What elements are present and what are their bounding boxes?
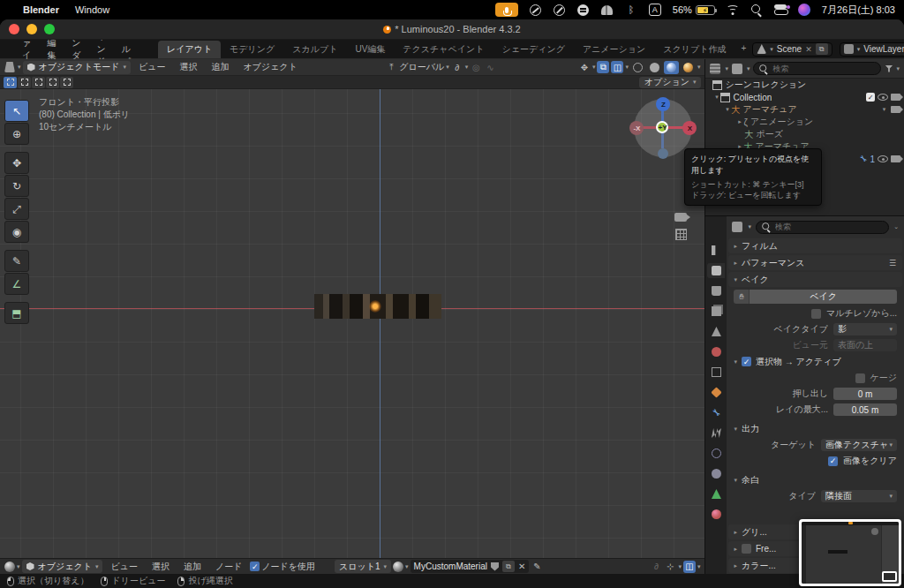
shader-view-menu[interactable]: ビュー xyxy=(104,559,143,575)
outliner-type-icon[interactable] xyxy=(710,64,720,74)
siri-icon[interactable] xyxy=(798,4,810,16)
tab-shading[interactable]: シェーディング xyxy=(493,41,573,58)
window-titlebar[interactable]: * Luminous20 - Blender 4.3.2 xyxy=(0,19,904,40)
show-gizmo-icon[interactable]: ✥ xyxy=(578,61,591,73)
modifier-icon[interactable]: 🔧︎ xyxy=(859,155,867,163)
orientation-icon[interactable]: ⤒ xyxy=(385,61,397,73)
cage-checkbox[interactable] xyxy=(855,373,865,383)
shader-select-menu[interactable]: 選択 xyxy=(146,559,176,575)
annotate-tool[interactable]: ✎ xyxy=(4,250,29,272)
toggle-ortho-icon[interactable] xyxy=(675,229,687,240)
outliner-search[interactable] xyxy=(753,62,881,75)
battery-indicator[interactable]: 56% ⚡ xyxy=(673,4,715,15)
outliner-display-icon[interactable] xyxy=(732,64,742,74)
render-visibility-icon[interactable] xyxy=(891,94,900,101)
add-cube-tool[interactable]: ⬒ xyxy=(4,302,29,324)
select-menu[interactable]: 選択 xyxy=(173,59,203,75)
input-source-icon[interactable]: A xyxy=(649,4,661,16)
menubar-clock[interactable]: 7月26日(土) 8:03 xyxy=(822,4,895,17)
shader-type-dropdown[interactable]: オブジェクト ▾ xyxy=(22,560,103,573)
shader-add-menu[interactable]: 追加 xyxy=(177,559,207,575)
move-tool[interactable]: ✥ xyxy=(4,152,29,174)
wheel-status-icon[interactable] xyxy=(554,4,566,16)
gizmo-x-axis[interactable]: X xyxy=(682,121,697,135)
ray-distance-field[interactable]: 0.05 m xyxy=(833,403,897,416)
shader-node-menu[interactable]: ノード xyxy=(209,559,248,575)
transform-tool[interactable]: ◉ xyxy=(4,221,29,243)
spotlight-icon[interactable] xyxy=(750,4,763,16)
options-button[interactable]: オプション▾ xyxy=(639,77,702,88)
tab-sculpt[interactable]: スカルプト xyxy=(283,41,346,58)
select-mode-extend-icon[interactable] xyxy=(18,77,31,88)
microphone-indicator-icon[interactable] xyxy=(495,3,518,17)
snap-icon[interactable]: ∂ xyxy=(451,61,463,73)
panel-bake[interactable]: ▾ベイク xyxy=(728,272,902,287)
viewlayer-selector[interactable]: ▾ ViewLayer ⧉ xyxy=(840,42,904,57)
tab-particles[interactable] xyxy=(707,426,725,441)
shading-rendered-icon[interactable] xyxy=(681,61,696,74)
tab-physics[interactable] xyxy=(707,446,725,461)
properties-search[interactable] xyxy=(756,221,889,234)
row-pose[interactable]: 大 ポーズ xyxy=(705,128,904,140)
tab-uv[interactable]: UV編集 xyxy=(346,41,394,58)
view-menu[interactable]: ビュー xyxy=(132,59,171,75)
properties-search-input[interactable] xyxy=(775,222,884,231)
chat-app-icon[interactable] xyxy=(577,4,590,16)
shading-solid-icon[interactable] xyxy=(647,61,662,74)
target-dropdown[interactable]: 画像テクスチャ▾ xyxy=(821,439,897,451)
material-name-field[interactable]: MyCustomMaterial ⧉ ✕ xyxy=(411,560,530,573)
tab-world[interactable] xyxy=(707,344,725,359)
shader-snap-icon[interactable]: ∂ xyxy=(650,561,662,573)
unpin-icon[interactable]: ✕ xyxy=(805,45,812,54)
row-scene-collection[interactable]: シーンコレクション xyxy=(705,79,904,91)
bake-type-dropdown[interactable]: 影▾ xyxy=(833,323,897,335)
falloff-icon[interactable]: ∿ xyxy=(484,61,496,73)
sel-to-active-checkbox[interactable]: ✓ xyxy=(742,357,751,366)
select-mode-intersect-icon[interactable] xyxy=(60,77,73,88)
baked-model[interactable] xyxy=(314,294,441,319)
tab-data[interactable] xyxy=(707,486,725,501)
measure-tool[interactable]: ∠ xyxy=(4,273,29,295)
outliner-search-input[interactable] xyxy=(772,64,876,73)
rotate-tool[interactable]: ↻ xyxy=(4,175,29,197)
shading-material-icon[interactable] xyxy=(664,61,679,74)
properties-type-icon[interactable] xyxy=(732,222,742,232)
gizmo-negz-axis[interactable] xyxy=(658,148,668,159)
tab-constraints[interactable] xyxy=(707,466,725,481)
tab-scene[interactable] xyxy=(707,324,725,339)
object-menu[interactable]: オブジェクト xyxy=(237,59,303,75)
multires-checkbox[interactable] xyxy=(811,309,821,319)
row-armature-object[interactable]: ▾ 大 アーマチュア ▾ xyxy=(705,103,904,116)
unlink-material-button[interactable]: ✕ xyxy=(518,562,525,571)
expand-icon[interactable]: ▾ xyxy=(712,94,720,101)
fake-user-icon[interactable] xyxy=(491,562,499,571)
navigation-gizmo[interactable]: Z -X X +Y xyxy=(634,99,692,157)
row-collection[interactable]: ▾ Collection ✓ xyxy=(705,91,904,103)
mode-dropdown[interactable]: オブジェクトモード ▾ xyxy=(23,61,131,74)
preset-icon[interactable]: ☰ xyxy=(889,259,897,268)
material-browse-icon[interactable] xyxy=(393,562,403,572)
filter-icon[interactable] xyxy=(885,65,893,72)
sel-to-active-row[interactable]: ▾ ✓ 選択物 → アクティブ xyxy=(728,354,902,369)
bake-button[interactable]: ベイク xyxy=(750,290,897,304)
tab-viewlayer[interactable] xyxy=(707,304,725,319)
add-workspace-button[interactable]: + xyxy=(734,41,752,58)
slot-dropdown[interactable]: スロット1▾ xyxy=(335,560,391,573)
xray-toggle-icon[interactable]: ⧉ xyxy=(597,61,609,73)
screen-share-preview[interactable] xyxy=(799,519,901,586)
tab-collection[interactable] xyxy=(707,365,725,380)
panel-margin[interactable]: ▾余白 xyxy=(728,472,902,487)
hide-icon[interactable] xyxy=(878,94,888,101)
tab-layout[interactable]: レイアウト xyxy=(158,41,221,58)
clear-image-checkbox[interactable]: ✓ xyxy=(828,456,838,466)
orientation-value[interactable]: グローバル xyxy=(399,61,444,73)
control-center-icon[interactable] xyxy=(774,4,787,16)
wifi-icon[interactable] xyxy=(727,4,739,16)
shader-editor-icon[interactable] xyxy=(4,562,15,572)
pin-icon[interactable]: ✎ xyxy=(531,561,543,573)
new-scene-button[interactable]: ⧉ xyxy=(816,43,828,55)
shader-overlays-icon[interactable]: ◫ xyxy=(683,561,696,573)
tab-modifiers[interactable]: 🔧︎ xyxy=(707,405,725,420)
editor-type-icon[interactable] xyxy=(4,62,15,72)
render-visibility-icon[interactable] xyxy=(891,106,900,113)
